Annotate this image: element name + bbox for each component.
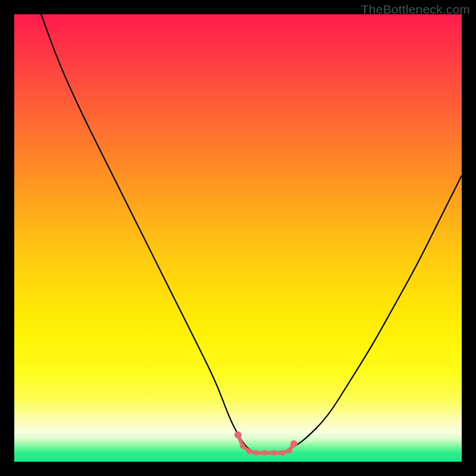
- curve-marker: [262, 450, 268, 455]
- curve-layer: [14, 14, 462, 462]
- curve-marker: [280, 450, 286, 455]
- curve-marker: [253, 450, 259, 455]
- curve-marker: [287, 448, 292, 453]
- curve-marker: [271, 450, 277, 455]
- curve-marker: [240, 443, 245, 449]
- curve-marker: [290, 440, 298, 447]
- watermark-text: TheBottleneck.com: [361, 2, 470, 17]
- chart-frame: TheBottleneck.com: [0, 0, 476, 476]
- curve-marker: [246, 449, 252, 454]
- bottleneck-curve: [41, 14, 462, 453]
- flat-segment-stroke: [238, 435, 294, 453]
- curve-marker: [234, 431, 242, 439]
